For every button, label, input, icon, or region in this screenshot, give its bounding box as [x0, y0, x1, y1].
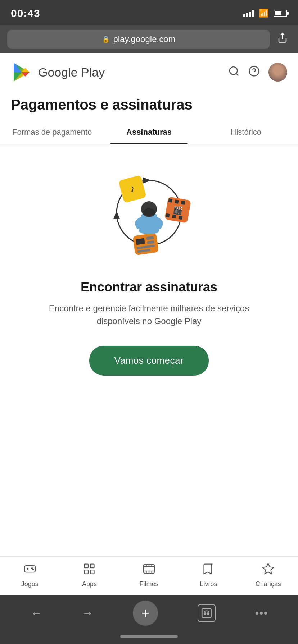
page-title: Pagamentos e assinaturas	[11, 96, 287, 113]
svg-point-37	[32, 569, 33, 570]
wifi-icon: 📶	[259, 9, 268, 18]
back-button[interactable]: ←	[31, 607, 42, 620]
home-indicator	[0, 631, 298, 644]
tab-payment[interactable]: Formas de pagamento	[4, 120, 100, 144]
tab-history[interactable]: Histórico	[198, 120, 294, 144]
status-time: 00:43	[11, 7, 40, 19]
battery-icon	[274, 10, 287, 17]
jogos-icon	[23, 562, 36, 578]
svg-point-36	[31, 568, 32, 569]
home-indicator-bar	[120, 635, 178, 638]
nav-item-apps[interactable]: Apps	[60, 562, 119, 588]
status-icons: 📶	[243, 9, 287, 18]
svg-rect-16	[181, 201, 185, 205]
livros-label: Livros	[200, 580, 217, 588]
avatar[interactable]	[268, 63, 287, 82]
svg-rect-21	[136, 238, 145, 245]
svg-point-56	[260, 612, 263, 615]
svg-rect-18	[172, 215, 176, 219]
nav-item-jogos[interactable]: Jogos	[0, 562, 60, 588]
bottom-nav: Jogos Apps	[0, 556, 298, 595]
svg-rect-14	[168, 198, 172, 203]
tabs-container: Formas de pagamento Assinaturas Históric…	[0, 120, 298, 144]
forward-button[interactable]: →	[82, 607, 93, 620]
svg-rect-41	[90, 570, 94, 574]
svg-point-32	[139, 227, 159, 234]
svg-rect-52	[202, 608, 211, 618]
jogos-label: Jogos	[21, 580, 39, 588]
url-text: play.google.com	[113, 34, 176, 44]
new-tab-button[interactable]: +	[133, 601, 158, 626]
gplay-brand-title: Google Play	[38, 65, 105, 79]
apps-label: Apps	[82, 580, 97, 588]
svg-point-30	[136, 224, 142, 229]
gplay-logo: Google Play	[11, 61, 105, 83]
svg-marker-51	[263, 564, 274, 574]
help-icon[interactable]	[248, 65, 260, 79]
gplay-logo-icon	[11, 61, 32, 83]
apps-icon	[83, 562, 96, 578]
svg-point-31	[156, 224, 162, 229]
content-description: Encontre e gerencie facilmente milhares …	[45, 302, 253, 328]
tabs-button[interactable]	[198, 604, 216, 622]
svg-rect-19	[179, 216, 183, 220]
share-button[interactable]	[274, 29, 291, 49]
cta-button[interactable]: Vamos começar	[89, 346, 209, 376]
criancas-label: Crianças	[256, 580, 281, 588]
tab-subscriptions[interactable]: Assinaturas	[100, 120, 197, 144]
gplay-header: Google Play	[0, 53, 298, 90]
subscription-illustration: ♪ 🎬	[95, 159, 203, 267]
nav-item-criancas[interactable]: Crianças	[238, 562, 298, 588]
page-title-section: Pagamentos e assinaturas	[0, 90, 298, 113]
svg-rect-40	[85, 570, 89, 574]
nav-item-livros[interactable]: Livros	[179, 562, 239, 588]
lock-icon: 🔒	[102, 35, 110, 43]
filmes-icon	[143, 562, 155, 578]
main-content: Google Play Pagamentos e assi	[0, 53, 298, 595]
svg-rect-17	[166, 213, 170, 218]
svg-rect-38	[85, 564, 89, 568]
svg-line-7	[236, 73, 238, 75]
signal-icon	[243, 9, 254, 17]
svg-point-29	[143, 208, 155, 216]
filmes-label: Filmes	[139, 580, 158, 588]
browser-bar: 🔒 play.google.com	[0, 25, 298, 53]
svg-point-57	[264, 612, 267, 615]
criancas-icon	[262, 562, 275, 578]
content-area: ♪ 🎬	[0, 144, 298, 556]
svg-rect-39	[90, 564, 94, 568]
svg-point-54	[207, 613, 209, 614]
svg-rect-15	[175, 199, 179, 204]
svg-point-6	[230, 67, 237, 74]
search-icon[interactable]	[228, 65, 240, 79]
nav-item-filmes[interactable]: Filmes	[119, 562, 179, 588]
url-bar[interactable]: 🔒 play.google.com	[7, 30, 270, 49]
browser-bottom-bar: ← → +	[0, 595, 298, 631]
status-bar: 00:43 📶	[0, 0, 298, 25]
content-title: Encontrar assinaturas	[81, 280, 217, 295]
more-button[interactable]	[255, 611, 267, 615]
svg-point-53	[204, 613, 206, 614]
header-actions	[228, 63, 287, 82]
livros-icon	[202, 562, 215, 578]
svg-point-55	[256, 612, 258, 615]
